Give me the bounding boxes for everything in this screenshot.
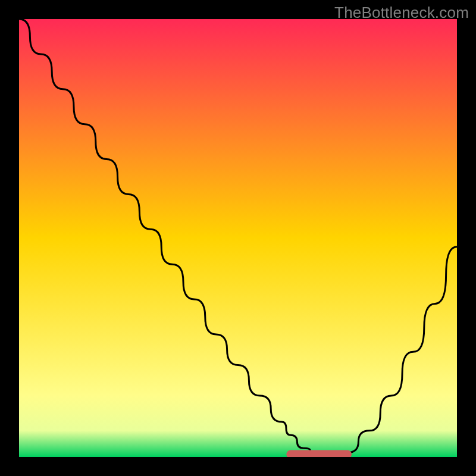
gradient-background	[19, 19, 457, 457]
chart-frame: TheBottleneck.com	[0, 0, 476, 476]
plot-area	[19, 19, 457, 457]
chart-svg	[19, 19, 457, 457]
watermark-text: TheBottleneck.com	[334, 4, 469, 22]
